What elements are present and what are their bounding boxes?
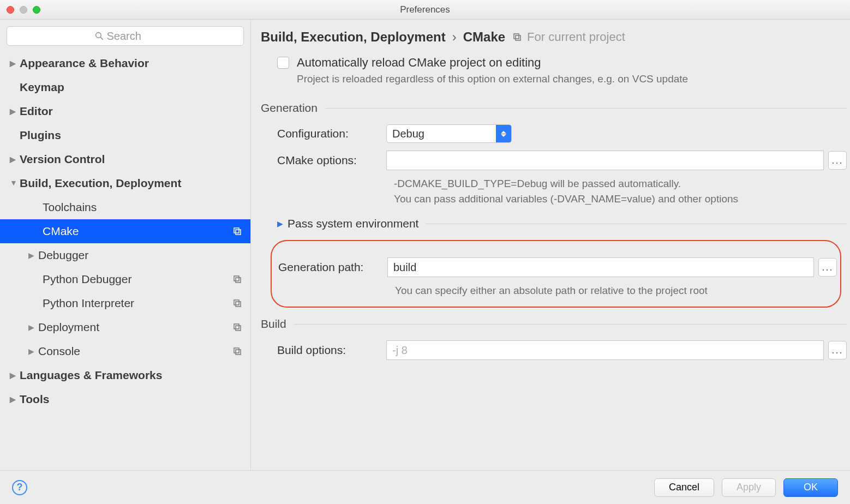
- scope-hint: For current project: [512, 30, 625, 44]
- sidebar-item-label: Languages & Frameworks: [20, 369, 243, 382]
- sidebar-item-label: Version Control: [20, 153, 243, 166]
- svg-point-0: [95, 33, 101, 38]
- pass-env-section[interactable]: ▶Pass system environment: [261, 217, 847, 230]
- cmake-hint-line1: -DCMAKE_BUILD_TYPE=Debug will be passed …: [261, 178, 847, 190]
- sidebar-item-label: Build, Execution, Deployment: [20, 177, 243, 190]
- sidebar-item-deployment[interactable]: ▶Deployment: [0, 315, 250, 339]
- sidebar-item-label: Python Interpreter: [43, 297, 232, 310]
- svg-rect-12: [514, 34, 519, 39]
- configuration-select[interactable]: Debug: [386, 124, 512, 143]
- sidebar-item-label: Appearance & Behavior: [20, 57, 243, 70]
- cmake-options-input[interactable]: [386, 151, 824, 170]
- svg-rect-4: [234, 276, 239, 281]
- project-scope-icon: [232, 274, 243, 285]
- apply-button[interactable]: Apply: [722, 478, 776, 497]
- auto-reload-label: Automatically reload CMake project on ed…: [297, 56, 541, 70]
- cmake-options-expand-button[interactable]: ...: [828, 151, 847, 170]
- svg-rect-3: [236, 230, 241, 235]
- sidebar-item-label: Tools: [20, 393, 243, 406]
- auto-reload-note: Project is reloaded regardless of this o…: [261, 73, 847, 85]
- triangle-right-icon: ▶: [277, 219, 283, 228]
- sidebar-item-label: Python Debugger: [43, 273, 232, 286]
- svg-rect-11: [236, 350, 241, 355]
- svg-rect-8: [234, 324, 239, 329]
- svg-rect-7: [236, 302, 241, 307]
- section-title: Build: [261, 317, 286, 331]
- generation-path-highlight: Generation path: ... You can specify eit…: [271, 240, 841, 308]
- scope-hint-text: For current project: [527, 30, 625, 44]
- search-icon: [95, 32, 104, 40]
- breadcrumb: Build, Execution, Deployment › CMake For…: [261, 29, 847, 45]
- project-scope-icon: [232, 346, 243, 357]
- sidebar-item-label: Plugins: [20, 129, 243, 142]
- auto-reload-checkbox[interactable]: [277, 57, 289, 69]
- sidebar-item-label: CMake: [43, 225, 232, 238]
- generation-path-browse-button[interactable]: ...: [818, 258, 837, 277]
- window-title: Preferences: [0, 4, 850, 15]
- sidebar-item-label: Keymap: [20, 81, 243, 94]
- generation-path-input[interactable]: [387, 257, 814, 277]
- sidebar-item-keymap[interactable]: Keymap: [0, 75, 250, 99]
- chevron-right-icon: ›: [452, 29, 457, 45]
- project-scope-icon: [232, 322, 243, 333]
- build-options-expand-button[interactable]: ...: [828, 341, 847, 359]
- svg-rect-6: [234, 300, 239, 305]
- search-input[interactable]: [7, 26, 244, 46]
- sidebar-item-python-interpreter[interactable]: Python Interpreter: [0, 291, 250, 315]
- sidebar-item-plugins[interactable]: Plugins: [0, 123, 250, 147]
- sidebar-item-editor[interactable]: ▶Editor: [0, 99, 250, 123]
- svg-line-1: [100, 37, 103, 39]
- settings-tree: ▶Appearance & Behavior Keymap ▶Editor Pl…: [0, 51, 250, 411]
- section-title: Generation: [261, 101, 318, 115]
- sidebar-item-version-control[interactable]: ▶Version Control: [0, 147, 250, 171]
- sidebar-item-python-debugger[interactable]: Python Debugger: [0, 267, 250, 291]
- sidebar-item-console[interactable]: ▶Console: [0, 339, 250, 363]
- sidebar-item-label: Debugger: [38, 249, 243, 262]
- search-field[interactable]: [107, 30, 156, 43]
- main-panel: Build, Execution, Deployment › CMake For…: [251, 20, 850, 470]
- configuration-label: Configuration:: [277, 127, 386, 140]
- sidebar-item-label: Console: [38, 345, 232, 358]
- sidebar-item-debugger[interactable]: ▶Debugger: [0, 243, 250, 267]
- footer: ? Cancel Apply OK: [0, 470, 850, 504]
- project-scope-icon: [232, 298, 243, 309]
- section-generation: Generation: [261, 101, 847, 115]
- svg-rect-2: [234, 228, 239, 233]
- section-title: Pass system environment: [288, 217, 418, 230]
- ok-button[interactable]: OK: [783, 478, 838, 497]
- sidebar-item-tools[interactable]: ▶Tools: [0, 387, 250, 411]
- svg-rect-5: [236, 278, 241, 283]
- sidebar-item-languages-frameworks[interactable]: ▶Languages & Frameworks: [0, 363, 250, 387]
- titlebar: Preferences: [0, 0, 850, 20]
- updown-icon: [496, 125, 511, 142]
- sidebar-item-appearance[interactable]: ▶Appearance & Behavior: [0, 51, 250, 75]
- cmake-hint-line2: You can pass additional variables (-DVAR…: [261, 193, 847, 205]
- sidebar: ▶Appearance & Behavior Keymap ▶Editor Pl…: [0, 20, 251, 470]
- configuration-value: Debug: [387, 128, 496, 140]
- help-button[interactable]: ?: [12, 480, 27, 495]
- cmake-options-label: CMake options:: [277, 154, 386, 167]
- breadcrumb-parent: Build, Execution, Deployment: [261, 29, 446, 45]
- project-scope-icon: [232, 226, 243, 237]
- cancel-button[interactable]: Cancel: [654, 478, 714, 497]
- generation-path-label: Generation path:: [278, 261, 387, 274]
- section-build: Build: [261, 317, 847, 331]
- build-options-input[interactable]: [386, 340, 824, 360]
- build-options-label: Build options:: [277, 344, 386, 357]
- sidebar-item-build-execution-deployment[interactable]: ▼Build, Execution, Deployment: [0, 171, 250, 195]
- project-scope-icon: [512, 32, 523, 43]
- sidebar-item-label: Deployment: [38, 321, 232, 334]
- breadcrumb-current: CMake: [463, 29, 505, 45]
- svg-rect-10: [234, 348, 239, 353]
- svg-rect-13: [516, 35, 520, 40]
- svg-rect-9: [236, 326, 241, 331]
- sidebar-item-toolchains[interactable]: Toolchains: [0, 195, 250, 219]
- sidebar-item-cmake[interactable]: CMake: [0, 219, 250, 243]
- generation-path-hint: You can specify either an absolute path …: [272, 285, 837, 297]
- sidebar-item-label: Editor: [20, 105, 243, 118]
- sidebar-item-label: Toolchains: [43, 201, 243, 214]
